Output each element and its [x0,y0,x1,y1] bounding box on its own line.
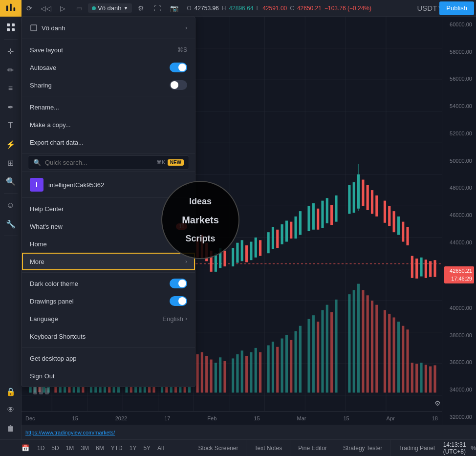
percent-button[interactable]: % [469,444,476,453]
menu-get-desktop[interactable]: Get desktop app [22,349,195,367]
tab-strategy-tester[interactable]: Strategy Tester [335,440,390,456]
time-17: 17 [164,415,170,421]
menu-sharing-label: Sharing [30,82,52,89]
tp-5y[interactable]: 5Y [140,444,153,453]
sidebar-item-zoom[interactable]: 🔍 [2,173,20,190]
circle-item-markets[interactable]: Markets [174,213,227,228]
forward-icon[interactable]: ▷ [55,0,70,16]
tradingview-logo[interactable] [0,0,22,17]
tp-ytd[interactable]: YTD [108,444,126,453]
menu-save-layout[interactable]: Save layout ⌘S [22,41,195,59]
menu-autosave[interactable]: Autosave [22,59,195,76]
menu-title-row[interactable]: Vô danh › [22,19,195,37]
sidebar-item-ruler[interactable]: ✒ [2,98,20,116]
circle-item-scripts[interactable]: Scripts [177,232,223,246]
tp-5d[interactable]: 5D [48,444,62,453]
svg-rect-188 [388,314,390,392]
svg-rect-186 [375,305,378,393]
menu-make-copy[interactable]: Make a copy... [22,116,195,133]
svg-rect-162 [250,352,252,392]
sidebar-item-measure[interactable]: ⊞ [2,154,20,172]
menu-sharing[interactable]: Sharing [22,76,195,94]
sidebar-item-lines[interactable]: ≡ [2,80,20,97]
settings-icon[interactable]: ⚙ [133,0,149,16]
menu-divider-3 [22,153,195,153]
tp-3m[interactable]: 3M [78,444,92,453]
svg-rect-1 [10,4,12,11]
fullscreen-icon[interactable]: ⛶ [150,0,165,16]
bottom-toolbar: 📅 1D 5D 1M 3M 6M YTD 1Y 5Y All Stock Scr… [0,439,476,456]
sidebar-item-trash[interactable]: 🗑 [2,420,20,437]
bottom-right: 14:13:31 (UTC+8) % log auto ⤢ ⛶ [443,441,476,455]
publish-button[interactable]: Publish [439,1,474,15]
back-icon[interactable]: ◁◁ [38,0,54,16]
sidebar-item-eye[interactable]: 👁 [2,401,20,419]
svg-rect-163 [255,348,257,392]
tp-6m[interactable]: 6M [93,444,107,453]
menu-whats-new-label: What's new [30,223,63,230]
status-bar-url[interactable]: https://www.tradingview.com/markets/ [25,430,115,435]
sidebar-item-crosshair[interactable]: ✛ [2,43,20,60]
sidebar-item-text[interactable]: T [2,117,20,134]
tp-1d[interactable]: 1D [34,444,47,453]
search-shortcut-key: ⌘K [156,159,165,166]
price-46000: 46000.00 [444,212,474,218]
svg-rect-170 [290,340,292,393]
tp-1m[interactable]: 1M [63,444,77,453]
menu-rename[interactable]: Rename... [22,98,195,116]
svg-rect-182 [357,284,360,393]
menu-dark-theme[interactable]: Dark color theme [22,275,195,292]
sidebar-item-smile[interactable]: ☺ [2,196,20,214]
menu-sign-out[interactable]: Sign Out [22,367,195,385]
menu-more[interactable]: More › [22,253,195,270]
ohlc-l-val: 42591.00 [262,5,287,12]
tab-pine-editor-label: Pine Editor [298,445,327,452]
svg-rect-198 [433,365,436,392]
drawings-panel-toggle[interactable] [170,296,187,306]
menu-drawings-panel[interactable]: Drawings panel [22,292,195,310]
time-15a: 15 [72,415,78,421]
drawings-panel-knob [178,297,186,305]
sidebar-item-magnet[interactable]: 🔧 [2,215,20,233]
chart-type-icon[interactable]: ▭ [71,0,87,16]
sidebar-item-pen[interactable]: ✏ [2,61,20,79]
sidebar-item-lock[interactable]: 🔒 [2,383,20,400]
chart-settings-gear[interactable]: ⚙ [434,399,441,407]
dark-theme-knob [178,280,186,287]
svg-rect-81 [255,238,257,258]
tab-pine-editor[interactable]: Pine Editor [290,440,335,456]
menu-quick-search[interactable]: 🔍 ⌘K NEW [28,155,189,170]
screenshot-icon[interactable]: 📷 [166,0,182,16]
sharing-toggle[interactable] [170,80,187,90]
menu-user[interactable]: I intelligentCak95362 › [22,174,195,195]
tp-all[interactable]: All [154,444,167,453]
svg-rect-179 [335,300,337,392]
ohlc-o-val: 42753.96 [195,5,219,12]
undo-history-icon[interactable]: ⟳ [22,0,37,16]
tab-trading-panel[interactable]: Trading Panel [390,440,443,456]
user-name: intelligentCak95362 [48,181,180,189]
menu-home-label: Home [30,240,47,248]
currency-selector[interactable]: USDT▼ [424,1,437,15]
dark-theme-toggle[interactable] [170,279,187,288]
tp-1y[interactable]: 1Y [127,444,140,453]
calendar-icon[interactable]: 📅 [22,444,29,452]
svg-rect-173 [307,319,310,393]
tab-text-notes[interactable]: Text Notes [246,440,290,456]
circle-item-ideas[interactable]: Ideas [181,195,219,209]
svg-rect-2 [14,7,16,11]
svg-rect-178 [330,312,333,393]
tab-stock-screener[interactable]: Stock Screener [190,440,246,456]
menu-export-chart-label: Export chart data... [30,139,84,146]
svg-rect-110 [402,222,404,242]
symbol-name-button[interactable]: Vô danh ▼ [88,3,132,13]
menu-language[interactable]: Language English › [22,310,195,327]
menu-keyboard-shortcuts[interactable]: Keyboard Shortcuts [22,327,195,345]
svg-rect-151 [196,354,198,393]
autosave-toggle[interactable] [170,63,187,72]
search-input[interactable] [45,159,152,166]
menu-export-chart[interactable]: Export chart data... [22,133,195,151]
svg-rect-5 [7,28,10,31]
sidebar-item-menu[interactable] [2,19,20,36]
sidebar-item-shapes[interactable]: ⚡ [2,135,20,153]
